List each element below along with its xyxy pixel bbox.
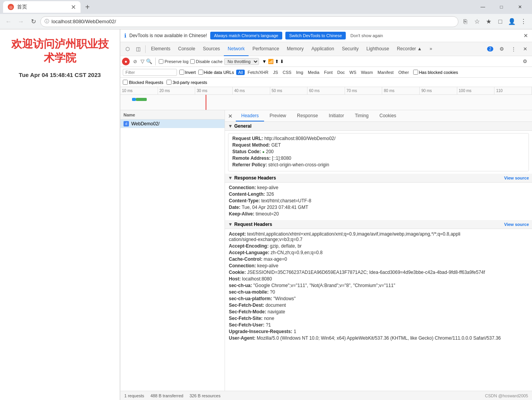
request-headers-section-header[interactable]: ▼ Request Headers View source (225, 220, 532, 229)
invert-checkbox[interactable] (179, 70, 184, 75)
bookmark-icon[interactable]: ☆ (472, 16, 482, 27)
filter-input[interactable] (123, 69, 177, 76)
tab-title: 首页 (17, 3, 27, 10)
detail-tab-preview[interactable]: Preview (264, 110, 292, 121)
tab-security[interactable]: Security (338, 42, 362, 56)
devtools-more-button[interactable]: ⋮ (508, 44, 519, 55)
back-button[interactable]: ← (3, 16, 14, 27)
detail-tab-timing[interactable]: Timing (349, 110, 374, 121)
extension-icon[interactable]: ★ (483, 16, 494, 27)
tab-network[interactable]: Network (224, 42, 249, 56)
sec-fetch-dest-key: Sec-Fetch-Dest: (229, 303, 266, 308)
filter-all-button[interactable]: All (236, 70, 245, 75)
inspect-element-button[interactable]: ⬡ (122, 44, 133, 55)
tab-memory[interactable]: Memory (283, 42, 307, 56)
filter-media-button[interactable]: Media (306, 70, 321, 75)
minimize-button[interactable]: — (474, 1, 492, 13)
upgrade-insecure-key: Upgrade-Insecure-Requests: (229, 329, 293, 334)
maximize-button[interactable]: □ (493, 1, 510, 13)
profile-icon[interactable]: □ (495, 16, 506, 27)
filter-doc-button[interactable]: Doc (335, 70, 347, 75)
search-icon[interactable]: 🔍 (146, 58, 152, 64)
tab-sources[interactable]: Sources (199, 42, 224, 56)
upload-icon[interactable]: ⬆ (275, 59, 279, 64)
refresh-button[interactable]: ↻ (28, 16, 39, 27)
has-blocked-cookies-checkbox[interactable] (413, 70, 418, 75)
dont-show-again-button[interactable]: Don't show again (350, 33, 383, 38)
tab-performance[interactable]: Performance (249, 42, 283, 56)
menu-icon[interactable]: ⋮ (518, 16, 529, 27)
record-button[interactable]: ● (122, 58, 130, 65)
response-view-source-link[interactable]: View source (504, 176, 529, 180)
header-row: Cache-Control: max-age=0 (229, 256, 528, 262)
filter-icon[interactable]: ▽ (141, 58, 144, 64)
active-tab[interactable]: ◎ 首页 ✕ (3, 1, 81, 13)
detail-close-button[interactable]: ✕ (225, 110, 236, 121)
timeline-mark-30: 30 ms (195, 87, 233, 94)
import-export-icon[interactable]: ▼ (262, 59, 267, 64)
blocked-requests-checkbox[interactable] (123, 80, 128, 85)
filter-fetch-button[interactable]: Fetch/XHR (245, 70, 270, 75)
info-icon: ℹ (124, 32, 126, 39)
user-icon[interactable]: 👤 (506, 16, 517, 27)
nav-bar: ← → ↻ ⓘ localhost:8080/WebDemo02/ ⎘ ☆ ★ … (0, 14, 532, 29)
device-mode-button[interactable]: ◫ (133, 44, 144, 55)
network-icons: ▼ 📶 ⬆ ⬇ (262, 59, 284, 64)
devtools-badge-button[interactable]: 2 (485, 44, 496, 55)
timeline-mark-10: 10 ms (120, 87, 158, 94)
response-headers-section-header[interactable]: ▼ Response Headers View source (225, 174, 532, 183)
wifi-icon[interactable]: 📶 (268, 59, 274, 64)
cast-icon[interactable]: ⎘ (460, 16, 471, 27)
hide-data-urls-checkbox[interactable] (198, 70, 203, 75)
switch-to-chinese-button[interactable]: Switch DevTools to Chinese (285, 32, 346, 39)
detail-tab-initiator[interactable]: Initiator (323, 110, 349, 121)
download-icon[interactable]: ⬇ (280, 59, 284, 64)
tab-recorder[interactable]: Recorder ▲ (393, 42, 426, 56)
tab-elements[interactable]: Elements (147, 42, 174, 56)
sec-ch-ua-key: sec-ch-ua: (229, 283, 253, 288)
tab-favicon: ◎ (8, 4, 14, 10)
general-section-header[interactable]: ▼ General (225, 122, 532, 131)
detail-tab-headers[interactable]: Headers (236, 110, 264, 121)
devtools-close-button[interactable]: ✕ (520, 44, 530, 55)
tab-application[interactable]: Application (307, 42, 338, 56)
detail-tab-response[interactable]: Response (292, 110, 323, 121)
network-settings-button[interactable]: ⚙ (520, 56, 530, 67)
notification-close-button[interactable]: ✕ (523, 32, 528, 39)
detail-tab-cookies[interactable]: Cookies (374, 110, 402, 121)
throttle-select[interactable]: No throttling (224, 58, 259, 65)
forward-button[interactable]: → (15, 16, 26, 27)
list-item[interactable]: d WebDemo02/ (120, 120, 225, 128)
tab-more[interactable]: » (426, 42, 436, 56)
disable-cache-text: Disable cache (196, 59, 223, 64)
sec-fetch-dest-val: document (266, 303, 286, 308)
disable-cache-checkbox[interactable] (190, 59, 195, 64)
clear-button[interactable]: ⊘ (131, 58, 139, 65)
tab-console[interactable]: Console (174, 42, 199, 56)
third-party-checkbox[interactable] (166, 80, 172, 85)
close-button[interactable]: ✕ (511, 1, 529, 13)
page-title: 欢迎访问泸州职业技术学院 (8, 37, 112, 65)
match-language-button[interactable]: Always match Chrome's language (210, 32, 282, 39)
filter-wasm-button[interactable]: Wasm (359, 70, 375, 75)
new-tab-button[interactable]: + (82, 3, 93, 12)
filter-font-button[interactable]: Font (322, 70, 335, 75)
filter-img-button[interactable]: Img (294, 70, 305, 75)
tab-close-button[interactable]: ✕ (71, 3, 76, 11)
request-headers-content: Accept: text/html,application/xhtml+xml,… (225, 229, 532, 344)
filter-manifest-button[interactable]: Manifest (376, 70, 396, 75)
filter-js-button[interactable]: JS (271, 70, 280, 75)
general-box: Request URL: http://localhost:8080/WebDe… (228, 133, 529, 171)
preserve-log-checkbox[interactable] (159, 59, 163, 64)
address-bar[interactable]: ⓘ localhost:8080/WebDemo02/ (40, 16, 458, 27)
filter-ws-button[interactable]: WS (348, 70, 359, 75)
filter-other-button[interactable]: Other (396, 70, 411, 75)
tab-lighthouse[interactable]: Lighthouse (362, 42, 393, 56)
general-label: General (234, 123, 252, 129)
transferred-size: 488 B transferred (150, 393, 183, 398)
timeline-request-bar-blue (132, 98, 136, 101)
devtools-settings-button[interactable]: ⚙ (496, 44, 507, 55)
request-view-source-link[interactable]: View source (504, 222, 529, 227)
filter-css-button[interactable]: CSS (281, 70, 293, 75)
request-headers-label: Request Headers (234, 222, 272, 227)
